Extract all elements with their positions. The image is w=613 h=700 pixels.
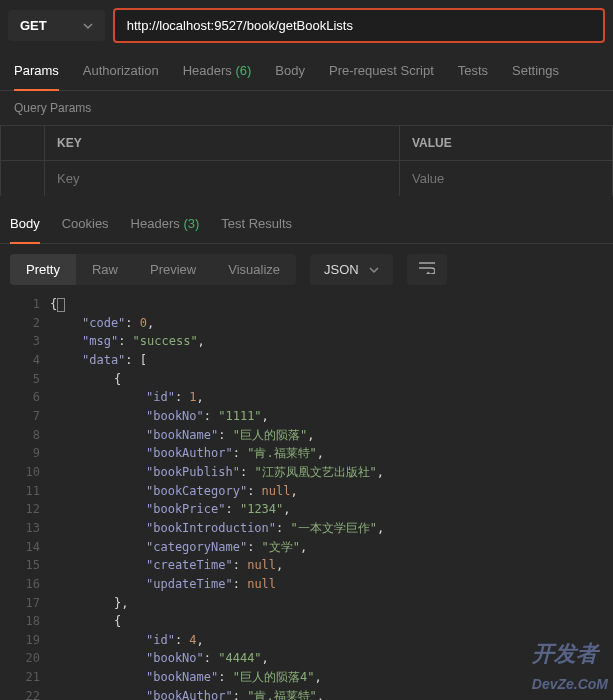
params-table: KEY VALUE	[0, 125, 613, 196]
response-body-editor[interactable]: 12345678910111213141516171819202122 {"co…	[0, 295, 613, 700]
response-tab-headers-count: (3)	[183, 216, 199, 231]
response-toolbar: Pretty Raw Preview Visualize JSON	[0, 244, 613, 295]
tab-prerequest[interactable]: Pre-request Script	[329, 51, 434, 90]
wrap-lines-button[interactable]	[407, 254, 447, 285]
tab-authorization[interactable]: Authorization	[83, 51, 159, 90]
code-content: {"code": 0,"msg": "success","data": [{"i…	[50, 295, 613, 700]
response-tabs: Body Cookies Headers (3) Test Results	[0, 204, 613, 244]
tab-headers[interactable]: Headers (6)	[183, 51, 252, 90]
param-value-input[interactable]	[400, 161, 612, 196]
response-format-label: JSON	[324, 262, 359, 277]
chevron-down-icon	[83, 21, 93, 31]
response-format-select[interactable]: JSON	[310, 254, 393, 285]
tab-settings[interactable]: Settings	[512, 51, 559, 90]
params-input-row	[1, 161, 613, 197]
tab-body[interactable]: Body	[275, 51, 305, 90]
query-params-label: Query Params	[0, 91, 613, 125]
view-mode-tabs: Pretty Raw Preview Visualize	[10, 254, 296, 285]
tab-params[interactable]: Params	[14, 51, 59, 90]
tab-tests[interactable]: Tests	[458, 51, 488, 90]
wrap-icon	[419, 262, 435, 274]
line-gutter: 12345678910111213141516171819202122	[0, 295, 50, 700]
params-value-header: VALUE	[400, 126, 613, 161]
request-tabs: Params Authorization Headers (6) Body Pr…	[0, 51, 613, 91]
tab-headers-count: (6)	[235, 63, 251, 78]
param-key-input[interactable]	[45, 161, 399, 196]
request-url-input[interactable]	[113, 8, 605, 43]
http-method-label: GET	[20, 18, 47, 33]
chevron-down-icon	[369, 265, 379, 275]
view-tab-preview[interactable]: Preview	[134, 254, 212, 285]
response-tab-body[interactable]: Body	[10, 204, 40, 243]
response-tab-cookies[interactable]: Cookies	[62, 204, 109, 243]
params-header-row: KEY VALUE	[1, 126, 613, 161]
response-tab-test-results[interactable]: Test Results	[221, 204, 292, 243]
view-tab-visualize[interactable]: Visualize	[212, 254, 296, 285]
response-tab-headers-label: Headers	[131, 216, 180, 231]
view-tab-raw[interactable]: Raw	[76, 254, 134, 285]
response-tab-headers[interactable]: Headers (3)	[131, 204, 200, 243]
http-method-select[interactable]: GET	[8, 10, 105, 41]
view-tab-pretty[interactable]: Pretty	[10, 254, 76, 285]
params-key-header: KEY	[45, 126, 400, 161]
tab-headers-label: Headers	[183, 63, 232, 78]
